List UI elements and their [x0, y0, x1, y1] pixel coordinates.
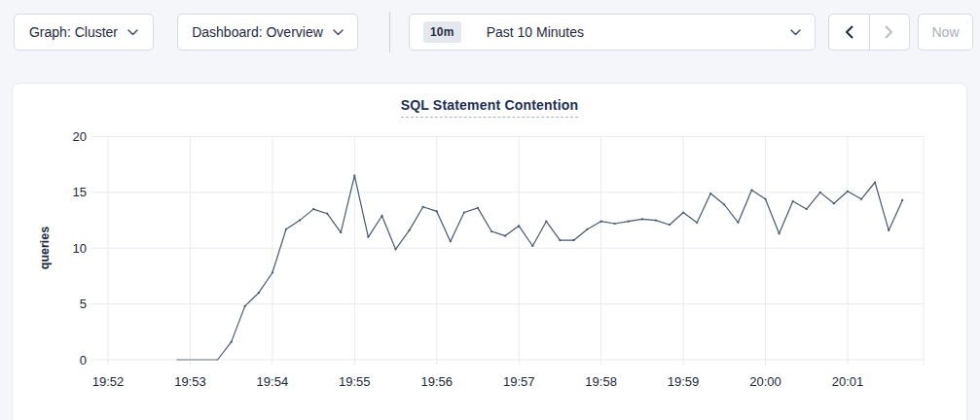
svg-text:20: 20 [73, 129, 87, 144]
svg-text:19:56: 19:56 [420, 374, 453, 389]
chevron-down-icon [333, 29, 344, 36]
chevron-left-icon [845, 25, 853, 39]
time-back-button[interactable] [829, 15, 869, 50]
svg-text:19:54: 19:54 [257, 374, 289, 389]
metrics-page: { "toolbar": { "graph_dropdown": { "labe… [0, 0, 980, 420]
svg-text:20:00: 20:00 [749, 374, 781, 389]
svg-text:5: 5 [80, 297, 87, 311]
time-range-label: Past 10 Minutes [487, 24, 584, 40]
svg-text:20:01: 20:01 [832, 374, 864, 389]
svg-text:19:57: 19:57 [503, 374, 535, 389]
chart-title-row: SQL Statement Contention [13, 96, 966, 114]
svg-text:15: 15 [73, 185, 87, 199]
now-button-label: Now [931, 24, 959, 40]
sql-contention-chart[interactable]: 0510152019:5219:5319:5419:5519:5619:5719… [13, 84, 968, 420]
chevron-down-icon [127, 29, 138, 36]
svg-text:19:52: 19:52 [92, 374, 125, 389]
time-step-group [828, 14, 910, 51]
dashboard-dropdown[interactable]: Dashboard: Overview [177, 14, 358, 51]
time-range-badge: 10m [423, 21, 461, 43]
chevron-right-icon [885, 25, 893, 39]
svg-text:queries: queries [38, 227, 52, 270]
time-range-select[interactable]: 10m Past 10 Minutes [409, 14, 816, 51]
chevron-down-icon [790, 29, 801, 36]
toolbar-divider [389, 12, 390, 52]
svg-text:19:53: 19:53 [174, 374, 206, 389]
graph-dropdown[interactable]: Graph: Cluster [14, 14, 154, 51]
time-forward-button[interactable] [869, 15, 910, 50]
now-button[interactable]: Now [918, 14, 973, 51]
svg-text:19:55: 19:55 [339, 374, 371, 389]
svg-text:0: 0 [80, 353, 87, 368]
graph-dropdown-label: Graph: Cluster [29, 24, 118, 40]
svg-text:19:58: 19:58 [585, 374, 617, 389]
chart-title[interactable]: SQL Statement Contention [401, 97, 579, 118]
svg-text:10: 10 [73, 241, 87, 256]
dashboard-dropdown-label: Dashboard: Overview [192, 24, 323, 40]
svg-text:19:59: 19:59 [668, 374, 700, 389]
chart-panel: 0510152019:5219:5319:5419:5519:5619:5719… [12, 83, 967, 420]
